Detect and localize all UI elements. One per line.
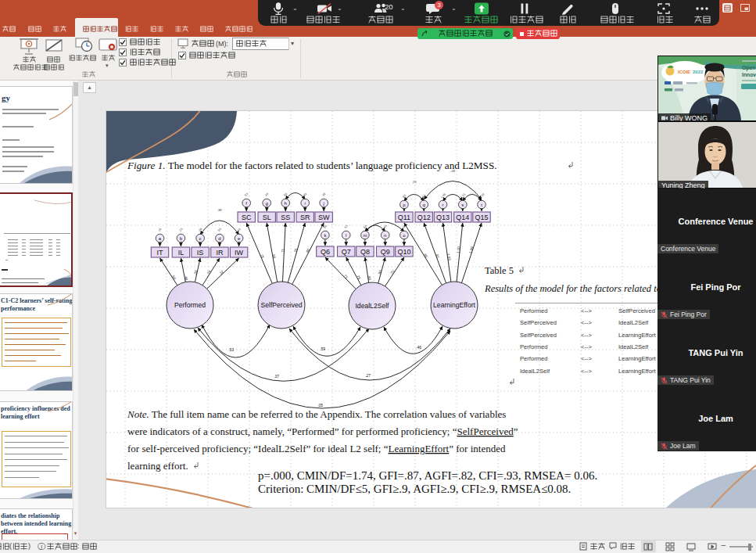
svg-text:.64: .64	[382, 224, 387, 230]
svg-text:LearningEffort: LearningEffort	[618, 368, 656, 375]
svg-text:SR: SR	[300, 214, 310, 221]
svg-text:learning effort.: learning effort.	[127, 460, 188, 472]
svg-text:j: j	[323, 201, 324, 206]
svg-text:IdealL2Self: IdealL2Self	[618, 319, 649, 326]
svg-text:IL: IL	[178, 249, 185, 257]
svg-text:.71: .71	[281, 248, 285, 253]
svg-text:LearningEffort: LearningEffort	[433, 301, 475, 309]
svg-text:Performed: Performed	[174, 301, 206, 309]
svg-text:were indicators of a construct: were indicators of a construct, namely, …	[127, 426, 518, 437]
svg-text:.55: .55	[217, 228, 222, 233]
svg-text:r: r	[442, 203, 444, 207]
svg-text:Q7: Q7	[342, 248, 351, 256]
svg-text:.50: .50	[323, 224, 328, 230]
svg-text:.73: .73	[259, 253, 264, 259]
svg-text:Q13: Q13	[436, 214, 450, 221]
svg-text:ICOIE: ICOIE	[678, 70, 690, 74]
svg-text:.49: .49	[303, 192, 307, 198]
svg-text:.53: .53	[244, 192, 249, 198]
svg-text:SC: SC	[242, 214, 252, 221]
svg-text:.83: .83	[421, 194, 426, 199]
svg-text:.71: .71	[342, 273, 349, 279]
svg-text:SelfPerceived: SelfPerceived	[520, 332, 557, 339]
svg-text:d: d	[218, 236, 220, 241]
svg-text:<-->: <-->	[581, 307, 592, 314]
svg-text:p=.000, CMIN/DF=1.74, GFI=.87,: p=.000, CMIN/DF=1.74, GFI=.87, AGFI=.82,…	[258, 469, 597, 482]
svg-text:l: l	[346, 233, 346, 238]
svg-text:LearningEffort: LearningEffort	[618, 332, 656, 339]
svg-text:.10: .10	[236, 228, 241, 233]
svg-text:LearningEffort: LearningEffort	[618, 355, 656, 362]
svg-text:1.03: 1.03	[446, 253, 451, 261]
svg-text:i: i	[305, 201, 306, 206]
svg-text:<-->: <-->	[581, 332, 592, 339]
svg-text:IdealL2Self: IdealL2Self	[355, 302, 389, 310]
svg-text:1.10: 1.10	[457, 246, 461, 254]
svg-text:.37: .37	[274, 374, 279, 379]
svg-text:SelfPerceived: SelfPerceived	[520, 319, 557, 326]
svg-text:SW: SW	[318, 214, 330, 221]
svg-text:1.19: 1.19	[479, 192, 485, 199]
svg-text:SL: SL	[263, 214, 271, 221]
svg-text:Q10: Q10	[397, 248, 410, 256]
svg-text:Performed: Performed	[520, 355, 547, 362]
svg-text:<-->: <-->	[581, 319, 592, 326]
svg-text:Q14: Q14	[456, 214, 469, 221]
svg-text:.73: .73	[356, 274, 362, 280]
svg-text:IT: IT	[157, 249, 164, 257]
svg-text:.19: .19	[412, 180, 417, 184]
svg-text:.91: .91	[422, 252, 428, 258]
svg-text:SelfPerceived: SelfPerceived	[618, 307, 655, 314]
svg-text:Criterion: CMIN/DF≤5, GFI≥.9,: Criterion: CMIN/DF≤5, GFI≥.9, AGFI≥.9, C…	[258, 483, 571, 495]
svg-text:Open and: Open and	[742, 65, 756, 71]
svg-text:.70: .70	[389, 269, 396, 275]
svg-text:Innovative E: Innovative E	[742, 72, 756, 77]
svg-text:IS: IS	[197, 249, 204, 257]
svg-text:g: g	[266, 201, 268, 206]
svg-text:.25: .25	[157, 228, 162, 233]
svg-text:Q6: Q6	[321, 248, 330, 256]
svg-text:.91: .91	[435, 253, 440, 259]
svg-text:SelfPerceived: SelfPerceived	[260, 301, 302, 309]
svg-text:<-->: <-->	[581, 343, 592, 350]
svg-text:h: h	[285, 201, 287, 206]
svg-text:-.08: -.08	[450, 169, 456, 173]
svg-text:c: c	[199, 236, 202, 241]
svg-text:q: q	[423, 203, 425, 207]
svg-text:.38: .38	[217, 208, 222, 212]
svg-text:.50: .50	[170, 274, 177, 280]
svg-text:.05: .05	[317, 403, 323, 408]
svg-text:Q9: Q9	[381, 248, 390, 256]
svg-text:Q12: Q12	[417, 214, 431, 221]
svg-text:Performed: Performed	[520, 307, 547, 314]
svg-text:m: m	[363, 233, 367, 238]
svg-text:s: s	[461, 203, 464, 207]
svg-text:SS: SS	[281, 214, 290, 221]
svg-text:.32: .32	[218, 270, 224, 276]
svg-text:.74: .74	[206, 269, 212, 275]
svg-text:Figure 1. The model for the fa: Figure 1. The model for the factors rela…	[127, 160, 497, 171]
svg-text:Performed: Performed	[520, 343, 547, 350]
svg-text:IW: IW	[235, 249, 244, 257]
svg-text:Q11: Q11	[398, 214, 410, 221]
svg-text:.80: .80	[367, 275, 371, 280]
svg-text:for self-perceived proficiency: for self-perceived proficiency; “IdealL2…	[127, 443, 506, 454]
svg-text:.48: .48	[184, 275, 188, 281]
svg-text:.53: .53	[343, 224, 348, 230]
svg-text:.46: .46	[416, 345, 421, 350]
svg-text:Q15: Q15	[475, 214, 488, 221]
svg-text:IdealL2Self: IdealL2Self	[618, 343, 649, 350]
svg-text:.59: .59	[320, 347, 325, 351]
svg-text:.53: .53	[228, 347, 234, 352]
svg-text:IR: IR	[216, 249, 224, 257]
svg-text:.44: .44	[264, 192, 269, 198]
svg-text:2022: 2022	[693, 70, 704, 74]
svg-text:.36: .36	[321, 192, 326, 198]
svg-text:IdealL2Self: IdealL2Self	[520, 368, 550, 375]
svg-text:.60: .60	[305, 247, 311, 253]
svg-text:<-->: <-->	[581, 355, 592, 362]
svg-text:.23: .23	[178, 228, 183, 233]
svg-text:.66: .66	[271, 253, 276, 260]
svg-text:n: n	[384, 233, 386, 238]
svg-text:Table 5: Table 5	[485, 265, 514, 276]
